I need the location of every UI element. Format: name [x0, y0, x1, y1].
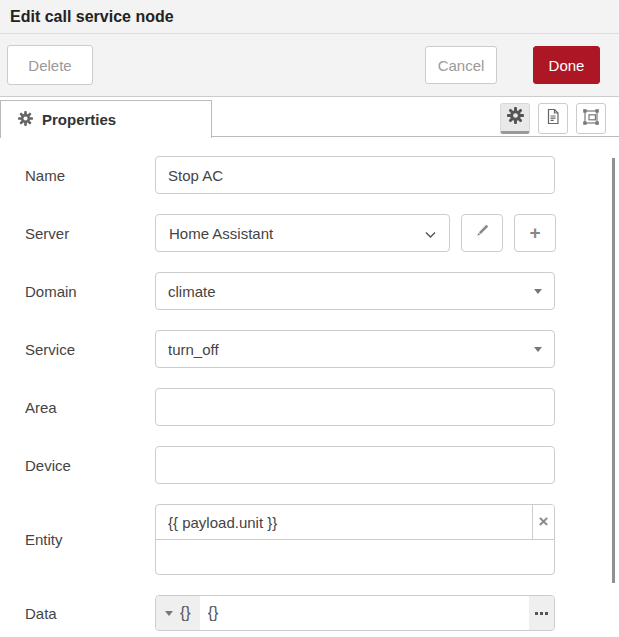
service-row: Service: [0, 330, 619, 368]
tab-bar: Properties: [0, 97, 619, 137]
data-row: Data {}: [0, 595, 619, 631]
entity-row: Entity {{ payload.unit }} ×: [0, 504, 619, 575]
server-row: Server Home Assistant: [0, 214, 619, 252]
ellipsis-icon: [535, 612, 538, 615]
caret-down-icon[interactable]: [534, 347, 542, 352]
caret-down-icon: [165, 611, 173, 616]
edit-node-dialog: Edit call service node Delete Cancel Don…: [0, 0, 619, 637]
json-braces-icon: {}: [180, 604, 191, 622]
entity-empty-slot[interactable]: [156, 540, 554, 574]
area-row: Area: [0, 388, 619, 426]
data-typed-input: {}: [155, 595, 555, 631]
ellipsis-icon: [545, 612, 548, 615]
server-add-button[interactable]: +: [514, 214, 556, 252]
entity-list: {{ payload.unit }} ×: [155, 504, 555, 575]
entity-list-item: {{ payload.unit }} ×: [156, 505, 554, 540]
gear-icon: [507, 107, 524, 128]
tab-properties[interactable]: Properties: [0, 100, 212, 138]
entity-label: Entity: [0, 531, 155, 548]
data-label: Data: [0, 605, 155, 622]
domain-row: Domain: [0, 272, 619, 310]
domain-label: Domain: [0, 283, 155, 300]
device-row: Device: [0, 446, 619, 484]
action-button-bar: Delete Cancel Done: [0, 34, 619, 97]
name-label: Name: [0, 167, 155, 184]
tab-properties-label: Properties: [42, 111, 116, 128]
properties-toolbar-button[interactable]: [500, 103, 530, 134]
server-select-value: Home Assistant: [169, 225, 425, 242]
editor-toolbar: [500, 103, 606, 134]
remove-entity-button[interactable]: ×: [532, 505, 554, 539]
service-label: Service: [0, 341, 155, 358]
server-select[interactable]: Home Assistant: [155, 214, 450, 252]
service-combo: [155, 330, 555, 368]
dialog-header: Edit call service node: [0, 0, 619, 34]
service-input[interactable]: [155, 330, 555, 368]
data-type-select-button[interactable]: {}: [156, 596, 200, 630]
ellipsis-icon: [540, 612, 543, 615]
name-row: Name: [0, 156, 619, 194]
entity-item-value[interactable]: {{ payload.unit }}: [156, 505, 532, 539]
properties-form: Name Server Home Assistant: [0, 137, 619, 631]
delete-button[interactable]: Delete: [7, 45, 93, 85]
server-label: Server: [0, 225, 155, 242]
dialog-title: Edit call service node: [10, 8, 174, 26]
node-appearance-icon: [582, 108, 600, 130]
domain-combo: [155, 272, 555, 310]
server-edit-button[interactable]: [461, 214, 503, 252]
chevron-down-icon: [425, 225, 436, 242]
appearance-toolbar-button[interactable]: [576, 103, 606, 134]
x-icon: ×: [539, 512, 549, 532]
done-button[interactable]: Done: [533, 46, 600, 84]
data-value-input[interactable]: [200, 596, 529, 630]
vertical-scrollbar-thumb[interactable]: [612, 158, 615, 583]
area-label: Area: [0, 399, 155, 416]
name-input[interactable]: [155, 156, 555, 194]
description-toolbar-button[interactable]: [538, 103, 568, 134]
domain-input[interactable]: [155, 272, 555, 310]
caret-down-icon[interactable]: [534, 289, 542, 294]
area-input[interactable]: [155, 388, 555, 426]
device-input[interactable]: [155, 446, 555, 484]
expand-editor-button[interactable]: [529, 596, 554, 630]
cancel-button[interactable]: Cancel: [425, 46, 497, 84]
pencil-icon: [474, 222, 490, 244]
gear-icon: [18, 111, 33, 129]
device-label: Device: [0, 457, 155, 474]
file-document-icon: [545, 108, 561, 129]
